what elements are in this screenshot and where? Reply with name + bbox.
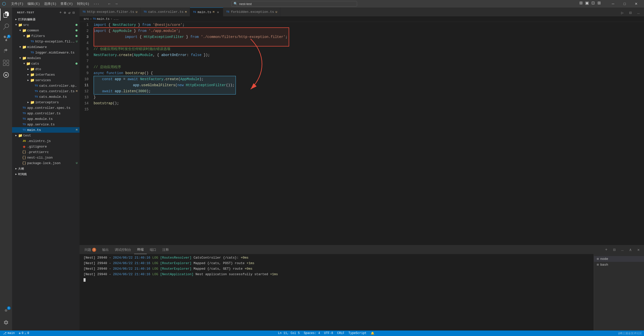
bc-file[interactable]: TS main.ts [93,17,109,21]
term-tab-problems[interactable]: 问题 1 [82,245,99,254]
forward-button[interactable]: → [113,1,119,7]
folder-src[interactable]: ▼ 📁 src [12,22,80,28]
file-main[interactable]: ▶ TS main.ts M [12,127,80,133]
menu-file[interactable]: 文件(F) [9,1,25,7]
folder-interceptors[interactable]: ▶ 📁 interceptors [12,100,80,105]
tab-main[interactable]: TS main.ts M ✕ [190,8,223,16]
bc-more[interactable]: ... [113,17,119,21]
tab-cats-controller[interactable]: TS cats.controller.ts M [141,8,190,16]
search-input[interactable] [239,2,355,6]
term-tab-output[interactable]: 输出 [99,245,112,254]
folder-cats[interactable]: ▼ 📁 cats [12,61,80,66]
term-tab-comments[interactable]: 注释 [159,245,172,254]
activity-run[interactable] [0,45,12,57]
term-tab-debug[interactable]: 调试控制台 [112,245,134,254]
tab-http-exception-filter[interactable]: TS http-exception.filter.ts U [80,8,141,16]
activity-source-control[interactable]: 5 [0,33,12,45]
status-spaces[interactable]: Spaces: 4 [303,331,321,335]
run-button[interactable]: ▷ [619,9,626,16]
layout-sidebar-button[interactable]: ▣ [584,0,590,6]
file-http-exception-filter[interactable]: ▶ TS http-exception.fil... U [12,39,80,44]
section-outline[interactable]: ▶ 大纲 [12,166,80,171]
tab-forbidden-exception[interactable]: TS forbidden.exception.ts U [223,8,280,16]
code-line-3: import { HttpExceptionFilter } from './c… [94,34,644,40]
folder-dto[interactable]: ▶ 📁 dto [12,66,80,72]
status-errors[interactable]: ⊗ 0 ⚠ 0 [18,331,30,335]
bc-sep1: › [90,17,92,21]
file-app-controller-spec[interactable]: ▶ TS app.controller.spec.ts [12,105,80,111]
maximize-button[interactable]: □ [619,0,630,8]
term-tab-terminal[interactable]: 终端 [134,245,147,254]
more-actions-button[interactable]: … [635,9,642,16]
terminal-instance-node[interactable]: ⊡ node [594,256,644,262]
activity-remote[interactable]: ⊕ 1 [0,304,12,316]
minimize-button[interactable]: ─ [607,0,619,8]
refresh-action[interactable]: ↺ [68,10,71,15]
folder-test[interactable]: ▶ 📁 test [12,133,80,138]
code-line-15 [94,106,644,112]
file-app-module[interactable]: ▶ TS app.module.ts [12,116,80,122]
bc-src[interactable]: src [84,17,89,21]
folder-services[interactable]: ▶ 📁 services [12,77,80,83]
watermark: @稀土掘金技术社区 [618,331,642,335]
status-line-col[interactable]: Ln 11, Col 5 [277,331,301,335]
activity-copilot[interactable] [0,69,12,81]
file-eslintrc[interactable]: ▶ JS .eslintrc.js [12,138,80,144]
sidebar: NEST-TEST + ⊕ ↺ ⊟ ▶ 打开的编辑器 ▼ 📁 src [12,8,80,330]
new-terminal-button[interactable]: + [603,246,610,253]
layout-panel-button[interactable]: ⊡ [590,0,596,6]
split-editor-button[interactable]: ⊡ [627,9,634,16]
file-app-service[interactable]: ▶ TS app.service.ts [12,122,80,127]
terminal-more-button[interactable]: … [619,246,626,253]
file-prettierrc[interactable]: ▶ {} .prettierrc [12,149,80,155]
common-arrow: ▼ [18,28,22,32]
menu-more[interactable]: ... [91,1,101,7]
new-folder-action[interactable]: ⊕ [63,10,67,15]
menu-edit[interactable]: 编辑(E) [25,1,42,7]
terminal-instance-bash[interactable]: ⊡ bash [594,262,644,268]
folder-interfaces[interactable]: ▶ 📁 interfaces [12,72,80,77]
terminal-content[interactable]: [Nest] 29940 - 2024/06/22 21:40:16 LOG [… [80,254,594,330]
activity-search[interactable] [0,21,12,33]
file-cats-controller[interactable]: ▶ TS cats.controller.ts M [12,88,80,94]
activity-settings[interactable] [0,316,12,328]
term-tab-ports[interactable]: 端口 [147,245,159,254]
layout-toggle-button[interactable]: ⊞ [578,0,584,6]
layout-grid-button[interactable]: ⊞ [596,0,602,6]
activity-explorer[interactable] [0,9,12,21]
maximize-terminal-button[interactable]: ∧ [627,246,634,253]
file-cats-controller-spec[interactable]: ▶ TS cats.controller.spec.ts [12,83,80,88]
file-app-controller[interactable]: ▶ TS app.controller.ts [12,111,80,116]
menu-goto[interactable]: 转到(G) [75,1,91,7]
file-gitignore[interactable]: ▶ ◈ .gitignore [12,144,80,149]
file-cats-module[interactable]: ▶ TS cats.module.ts [12,94,80,100]
menu-select[interactable]: 选择(S) [42,1,58,7]
split-terminal-button[interactable]: ⊡ [611,246,618,253]
new-file-action[interactable]: + [59,10,62,15]
status-eol[interactable]: CRLF [336,331,346,335]
code-editor[interactable]: 1 2 3 4 5 6 7 8 9 10 11 12 13 14 15 [80,22,644,245]
file-nest-cli[interactable]: ▶ {} nest-cli.json [12,155,80,160]
status-branch[interactable]: ⎇ main [2,331,16,335]
close-terminal-button[interactable]: ✕ [635,246,642,253]
folder-modules[interactable]: ▼ 📁 modules [12,55,80,61]
collapse-action[interactable]: ⊟ [72,10,75,15]
file-logger-middleware[interactable]: ▶ TS logger.middleware.ts [12,50,80,55]
section-timeline[interactable]: ▶ 时间线 [12,171,80,177]
open-editors-section[interactable]: ▶ 打开的编辑器 [12,17,80,22]
status-notifications[interactable]: 🔔 [370,331,375,335]
back-button[interactable]: ← [106,1,112,7]
folder-middleware[interactable]: ▼ 📁 middleware [12,44,80,50]
close-button[interactable]: ✕ [630,0,642,8]
activity-extensions[interactable] [0,57,12,69]
folder-common[interactable]: ▼ 📁 common [12,28,80,33]
app-controller-spec-label: app.controller.spec.ts [27,106,78,110]
ts-file-icon: TS [22,106,26,110]
line-num-5: 5 [80,46,89,52]
status-language[interactable]: TypeScript [348,331,368,335]
tab-close-button[interactable]: ✕ [216,10,220,14]
file-package-lock[interactable]: ▶ {} package-lock.json U [12,160,80,166]
folder-filters[interactable]: ▼ 📁 filters [12,33,80,39]
status-encoding[interactable]: UTF-8 [323,331,334,335]
menu-view[interactable]: 查看(V) [58,1,75,7]
